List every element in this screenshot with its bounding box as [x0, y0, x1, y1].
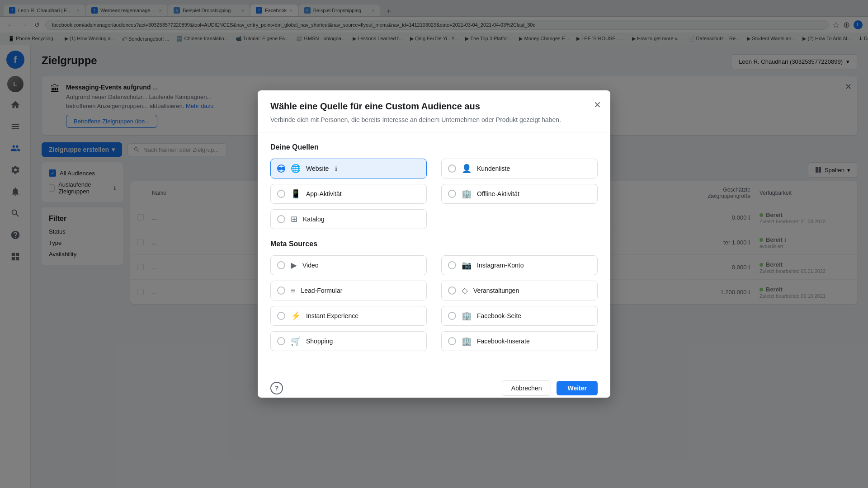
option-app-label: App-Aktivität — [306, 190, 342, 197]
option-video[interactable]: ▶ Video — [270, 255, 427, 275]
facebook-inserate-icon: 🏢 — [462, 336, 472, 346]
help-circle-button[interactable]: ? — [270, 382, 283, 394]
modal-footer-actions: Abbrechen Weiter — [502, 380, 598, 396]
option-kundenliste-label: Kundenliste — [477, 165, 510, 172]
website-icon: 🌐 — [291, 164, 301, 174]
kundenliste-icon: 👤 — [462, 164, 472, 174]
option-instagram[interactable]: 📷 Instagram-Konto — [441, 255, 598, 275]
shopping-icon: 🛒 — [291, 336, 301, 346]
option-instant-radio — [277, 312, 285, 320]
option-lead-radio — [277, 286, 285, 295]
option-website-label: Website — [306, 165, 329, 172]
option-veranstaltungen-radio — [448, 286, 456, 295]
option-katalog-label: Katalog — [303, 216, 324, 223]
option-shopping[interactable]: 🛒 Shopping — [270, 331, 427, 351]
option-shopping-label: Shopping — [306, 338, 333, 345]
app-icon: 📱 — [291, 189, 301, 199]
instant-icon: ⚡ — [291, 311, 301, 321]
option-instagram-label: Instagram-Konto — [477, 262, 524, 269]
modal-overlay: Wähle eine Quelle für eine Custom Audien… — [0, 0, 868, 488]
option-video-label: Video — [302, 262, 319, 269]
option-shopping-radio — [277, 337, 285, 345]
option-offline-label: Offline-Aktivität — [477, 190, 519, 197]
option-lead[interactable]: ≡ Lead-Formular — [270, 281, 427, 300]
your-sources-title: Deine Quellen — [270, 143, 598, 151]
modal-subtitle: Verbinde dich mit Personen, die bereits … — [270, 115, 598, 125]
next-button[interactable]: Weiter — [557, 381, 598, 395]
option-lead-label: Lead-Formular — [301, 287, 343, 294]
option-facebook-seite[interactable]: 🏢 Facebook-Seite — [441, 306, 598, 326]
option-facebook-inserate-label: Facebook-Inserate — [477, 338, 530, 345]
cancel-button[interactable]: Abbrechen — [502, 380, 552, 396]
option-video-radio — [277, 261, 285, 269]
lead-icon: ≡ — [291, 286, 296, 296]
option-instagram-radio — [448, 261, 456, 269]
facebook-seite-icon: 🏢 — [462, 311, 472, 321]
option-veranstaltungen[interactable]: ◇ Veranstaltungen — [441, 281, 598, 300]
option-website[interactable]: 🌐 Website ℹ — [270, 159, 427, 178]
option-katalog-radio — [277, 215, 285, 223]
option-offline[interactable]: 🏢 Offline-Aktivität — [441, 184, 598, 204]
option-instant[interactable]: ⚡ Instant Experience — [270, 306, 427, 326]
option-katalog[interactable]: ⊞ Katalog — [270, 209, 427, 229]
video-icon: ▶ — [291, 260, 297, 270]
instagram-icon: 📷 — [462, 260, 472, 270]
modal-close-button[interactable]: ✕ — [594, 99, 601, 110]
veranstaltungen-icon: ◇ — [462, 286, 468, 296]
option-app-radio — [277, 190, 285, 198]
modal-title: Wähle eine Quelle für eine Custom Audien… — [270, 101, 598, 112]
option-offline-radio — [448, 190, 456, 198]
offline-icon: 🏢 — [462, 189, 472, 199]
option-veranstaltungen-label: Veranstaltungen — [473, 287, 519, 294]
meta-sources-grid: ▶ Video 📷 Instagram-Konto ≡ Lead-Formula… — [270, 255, 598, 351]
option-instant-label: Instant Experience — [306, 312, 359, 319]
option-facebook-inserate[interactable]: 🏢 Facebook-Inserate — [441, 331, 598, 351]
meta-sources-title: Meta Sources — [270, 240, 598, 248]
modal-body: Deine Quellen 🌐 Website ℹ 👤 Kundenliste — [258, 132, 610, 373]
option-facebook-seite-radio — [448, 312, 456, 320]
katalog-icon: ⊞ — [291, 214, 297, 224]
your-sources-grid: 🌐 Website ℹ 👤 Kundenliste 📱 App-Aktivitä… — [270, 159, 598, 229]
modal-dialog: Wähle eine Quelle für eine Custom Audien… — [258, 90, 610, 398]
info-icon[interactable]: ℹ — [335, 165, 337, 172]
option-app-aktivitat[interactable]: 📱 App-Aktivität — [270, 184, 427, 204]
option-facebook-inserate-radio — [448, 337, 456, 345]
modal-header: Wähle eine Quelle für eine Custom Audien… — [258, 90, 610, 132]
option-kundenliste[interactable]: 👤 Kundenliste — [441, 159, 598, 178]
option-kundenliste-radio — [448, 164, 456, 173]
option-website-radio — [277, 164, 285, 173]
option-facebook-seite-label: Facebook-Seite — [477, 312, 521, 319]
modal-footer: ? Abbrechen Weiter — [258, 373, 610, 398]
